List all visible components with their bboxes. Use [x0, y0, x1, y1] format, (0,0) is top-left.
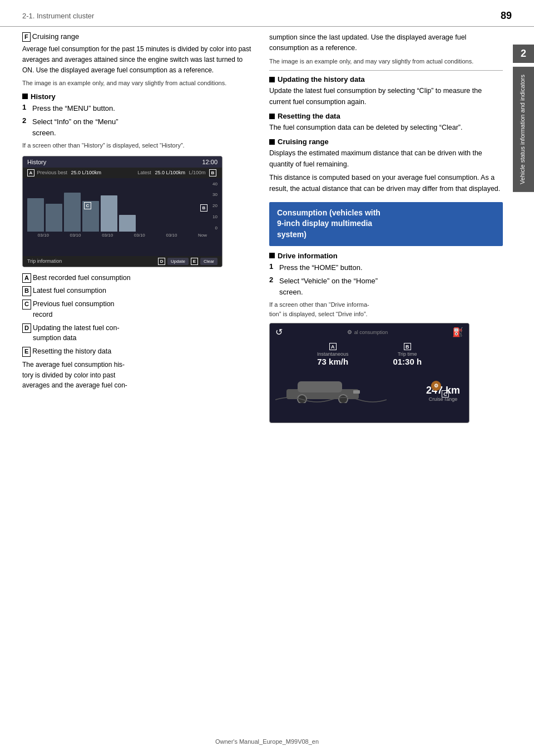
step-1: 1 Press the “MENU” button. — [22, 103, 256, 114]
road-lines — [275, 394, 387, 405]
cruising-para2: This distance is computed based on your … — [269, 173, 503, 194]
bar-5 — [101, 195, 117, 232]
label-e-text: Resetting the history data — [32, 346, 111, 357]
reset-heading-text: Resetting the data — [278, 112, 340, 120]
step2-text: Select “Info” on the “Menu” screen. — [32, 116, 256, 138]
chapter-number: 2 — [513, 45, 534, 63]
label-b-text: Latest fuel consumption — [33, 286, 106, 296]
bottom-trip-label: Trip information — [27, 258, 62, 264]
chart-c-label: C — [84, 202, 91, 209]
label-a-text: Best recorded fuel consumption — [33, 273, 131, 283]
label-item-a: A Best recorded fuel consumption — [22, 273, 256, 283]
reset-heading: Resetting the data — [269, 112, 503, 120]
drive-step1-text: Press the “HOME” button. — [279, 262, 503, 273]
drive-step2-text: Select “Vehicle” on the “Home” screen. — [279, 276, 503, 297]
cruising-heading-text: Cruising range — [278, 138, 329, 146]
black-square-3 — [269, 114, 275, 119]
f-heading-text: Cruising range — [32, 32, 80, 41]
update-btn[interactable]: Update — [167, 258, 189, 265]
chart-xaxis: 03/10 03/10 03/10 03/10 03/10 Now — [23, 232, 222, 239]
black-square-icon — [22, 94, 28, 99]
label-c: C — [22, 300, 31, 309]
step1-text: Press the “MENU” button. — [32, 103, 256, 114]
cruising-heading: Cruising range — [269, 138, 503, 146]
update-heading: Updating the history data — [269, 75, 503, 84]
right-small-note: The image is an example only, and may va… — [269, 57, 503, 66]
screen-label-b: B — [209, 169, 216, 176]
svg-rect-4 — [353, 390, 360, 394]
speed-label: Instantaneous — [317, 351, 349, 357]
label-e: E — [22, 347, 31, 356]
blue-note-box: Consumption (vehicles with 9-inch displa… — [269, 202, 503, 246]
drive-heading-text: Drive information — [278, 252, 338, 260]
drive-step-1: 1 Press the “HOME” button. — [269, 262, 503, 273]
bar-3 — [64, 193, 81, 232]
drive-screen-topbar: ↺ ⚙ al consumption ⛽ — [270, 323, 469, 341]
drive-labels-row: A Instantaneous 73 km/h B Trip time 01:3… — [270, 341, 469, 369]
drive-stat-b: B Trip time 01:30 h — [393, 343, 422, 366]
history-screen-topbar: History 12:00 — [23, 156, 222, 168]
drive-c-label: C — [442, 390, 449, 397]
f-label: F — [22, 32, 31, 42]
clear-btn[interactable]: Clear — [200, 258, 217, 265]
history-screen-bottombar: Trip information D Update E Clear — [23, 256, 222, 267]
fuel-pump-icon: ⛽ — [452, 327, 463, 337]
time-value: 01:30 h — [393, 357, 422, 366]
time-label-text: Trip time — [393, 351, 422, 357]
bar-2 — [46, 204, 62, 232]
history-screen: History 12:00 A Previous best 25.0 L/100… — [22, 156, 222, 267]
bar-1 — [27, 198, 44, 232]
sumption-continue: sumption since the last updated. Use the… — [269, 32, 503, 54]
screen-label-a: A — [27, 169, 34, 176]
step-2: 2 Select “Info” on the “Menu” screen. — [22, 116, 256, 138]
bar-6 — [119, 215, 136, 232]
divider-1 — [269, 70, 503, 71]
f-para1: Average fuel consumption for the past 15… — [22, 44, 256, 75]
page-number: 89 — [501, 10, 512, 22]
black-square-2 — [269, 77, 275, 82]
average-text: The average fuel consumption his- tory i… — [22, 360, 256, 391]
speed-value: 73 km/h — [317, 357, 349, 366]
fuel-label: al consumption — [354, 330, 388, 335]
f-section-heading: F Cruising range — [22, 32, 256, 42]
left-column: F Cruising range Average fuel consumptio… — [22, 32, 256, 423]
label-item-c: C Previous fuel consumption record — [22, 299, 256, 320]
label-item-d: D Updating the latest fuel con- sumption… — [22, 323, 256, 344]
drive-gauge-icon: ⚙ — [347, 329, 352, 335]
history-chart: 40 30 20 10 0 C B — [23, 178, 222, 232]
history-heading-text: History — [31, 92, 56, 101]
drive-screen: ↺ ⚙ al consumption ⛽ A Instantaneous 73 … — [269, 323, 469, 423]
update-text: Update the latest fuel consumption by se… — [269, 86, 503, 107]
drive-stat-a: A Instantaneous 73 km/h — [317, 343, 349, 366]
section-title: 2-1. Instrument cluster — [22, 12, 94, 20]
label-d-text: Updating the latest fuel con- sumption d… — [33, 323, 120, 344]
drive-a-badge: A — [329, 343, 337, 350]
screen-title: History — [27, 159, 46, 165]
label-b: B — [22, 286, 31, 296]
label-item-e: E Resetting the history data — [22, 346, 256, 357]
label-d: D — [22, 323, 31, 333]
label-c-text: Previous fuel consumption record — [33, 299, 115, 320]
blue-box-title: Consumption (vehicles with 9-inch displa… — [277, 208, 495, 240]
reset-text: The fuel consumption data can be deleted… — [269, 122, 503, 133]
chart-yaxis: 40 30 20 10 0 — [206, 181, 217, 232]
history-screen-subbar: A Previous best 25.0 L/100km Latest 25.0… — [23, 168, 222, 178]
drive-heading: Drive information — [269, 252, 503, 260]
drive-b-badge: B — [404, 343, 411, 350]
page-footer: Owner's Manual_Europe_M99V08_en — [0, 738, 534, 745]
drive-step-2: 2 Select “Vehicle” on the “Home” screen. — [269, 276, 503, 297]
black-square-4 — [269, 139, 275, 145]
right-column: sumption since the last updated. Use the… — [269, 32, 503, 423]
chart-b2-label: B — [200, 204, 207, 212]
label-item-b: B Latest fuel consumption — [22, 286, 256, 296]
back-arrow-icon: ↺ — [275, 327, 283, 337]
chart-bars — [27, 181, 206, 232]
label-a: A — [22, 273, 31, 283]
page-header: 2-1. Instrument cluster 89 — [0, 0, 534, 27]
cruising-para1: Displays the estimated maximum distance … — [269, 148, 503, 170]
screen-time: 12:00 — [202, 159, 217, 165]
e-label: E — [191, 258, 198, 265]
f-small-note: The image is an example only, and may va… — [22, 78, 256, 88]
drive-car-area: 247 km Cruise range ⚙ C — [270, 369, 469, 408]
update-heading-text: Updating the history data — [278, 75, 365, 84]
